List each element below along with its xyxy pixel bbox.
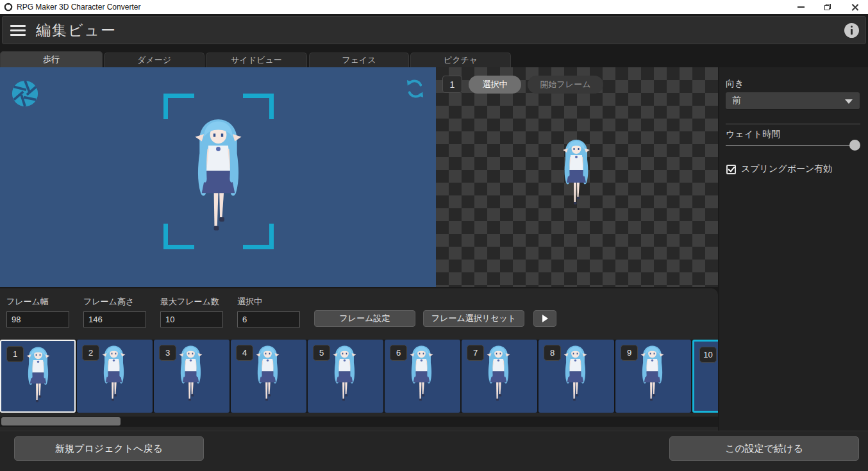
info-button[interactable]: [844, 23, 859, 38]
selected-frame-field: 選択中: [237, 296, 300, 327]
frame-number-badge: 5: [313, 345, 330, 361]
info-icon: [851, 26, 853, 28]
frame-height-field: フレーム高さ: [83, 296, 146, 327]
side-panel: 向き 前 ウェイト時間 スプリングボーン有効: [719, 67, 868, 431]
close-icon: [851, 4, 858, 11]
continue-with-settings-button[interactable]: この設定で続ける: [669, 436, 859, 461]
character-sprite-frame: [405, 344, 438, 409]
selected-frame-label: 選択中: [237, 296, 300, 308]
character-sprite-frame: [559, 344, 592, 409]
preview-viewport[interactable]: [0, 67, 436, 287]
window-controls: [787, 0, 868, 14]
frame-width-field: フレーム幅: [6, 296, 69, 327]
window-title: RPG Maker 3D Character Converter: [17, 3, 140, 12]
tab-picture[interactable]: ピクチャ: [410, 53, 511, 67]
direction-value: 前: [732, 95, 741, 106]
tab-sideview[interactable]: サイドビュー: [206, 53, 307, 67]
direction-label: 向き: [726, 78, 744, 90]
tab-damage[interactable]: ダメージ: [104, 53, 204, 67]
filmstrip-frame[interactable]: 5: [308, 340, 383, 413]
character-sprite-frame: [636, 344, 669, 409]
character-sprite-frame: [22, 345, 54, 411]
slider-thumb[interactable]: [849, 140, 860, 151]
filmstrip-frame[interactable]: 8: [538, 340, 614, 413]
frame-number-badge: 10: [699, 347, 717, 363]
spring-bone-checkbox-row[interactable]: スプリングボーン有効: [726, 163, 832, 175]
max-frames-input[interactable]: [160, 311, 223, 327]
filmstrip-frame[interactable]: 6: [385, 340, 460, 413]
frame-number-badge: 1: [442, 76, 462, 93]
frame-set-button[interactable]: フレーム設定: [314, 310, 415, 327]
animation-stage[interactable]: 1 選択中 開始フレーム: [436, 67, 718, 287]
frame-number-badge: 8: [544, 345, 561, 361]
filmstrip-frame[interactable]: 9: [615, 340, 691, 413]
character-sprite-frame: [715, 346, 718, 411]
wait-time-label: ウェイト時間: [726, 129, 780, 140]
play-button[interactable]: [533, 310, 556, 327]
tab-bar: 歩行 ダメージ サイドビュー フェイス ピクチャ: [0, 51, 868, 67]
filmstrip-frame[interactable]: 4: [231, 340, 306, 413]
frame-settings-panel: フレーム幅 フレーム高さ 最大フレーム数 選択中 フレーム設定 フレーム選択リセ…: [0, 288, 718, 431]
spring-bone-label: スプリングボーン有効: [741, 163, 832, 175]
back-to-new-project-button[interactable]: 新規プロジェクトへ戻る: [14, 436, 204, 461]
spring-bone-checkbox[interactable]: [726, 165, 736, 174]
maximize-button[interactable]: [814, 0, 841, 14]
aperture-icon[interactable]: [10, 79, 40, 108]
page-title: 編集ビュー: [36, 21, 117, 40]
slider-track: [726, 145, 853, 146]
selected-frame-input[interactable]: [237, 311, 300, 327]
frame-height-input[interactable]: [83, 311, 146, 327]
frame-height-label: フレーム高さ: [83, 296, 146, 308]
app-header: 編集ビュー: [2, 16, 866, 44]
frame-number-badge: 7: [467, 345, 484, 361]
tab-walking[interactable]: 歩行: [0, 51, 103, 67]
frame-width-label: フレーム幅: [6, 296, 69, 308]
character-sprite-frame: [482, 344, 515, 409]
app-window: RPG Maker 3D Character Converter 編集ビュー 歩…: [0, 0, 868, 471]
character-sprite-frame: [328, 344, 361, 409]
filmstrip-frame[interactable]: 3: [154, 340, 230, 413]
frame-number-badge: 1: [6, 346, 24, 362]
filmstrip-frame[interactable]: 7: [462, 340, 537, 413]
tab-face[interactable]: フェイス: [309, 53, 409, 67]
character-sprite-stage: [557, 138, 596, 215]
wait-time-slider[interactable]: [726, 140, 860, 151]
refresh-icon[interactable]: [404, 78, 426, 100]
crop-corner-top-left: [163, 94, 194, 119]
frame-number-badge: 6: [390, 345, 407, 361]
selected-pill-button[interactable]: 選択中: [469, 76, 521, 94]
filmstrip-track: 1 2 3 4 5 6 7 8 9 10: [0, 340, 718, 413]
play-icon: [542, 315, 548, 322]
horizontal-scrollbar[interactable]: [0, 417, 718, 427]
app-icon: [4, 3, 13, 12]
restore-icon: [824, 4, 831, 10]
max-frames-label: 最大フレーム数: [160, 296, 223, 308]
frame-width-input[interactable]: [6, 311, 69, 327]
minimize-icon: [797, 6, 805, 8]
titlebar: RPG Maker 3D Character Converter: [0, 0, 868, 14]
minimize-button[interactable]: [787, 0, 814, 14]
close-button[interactable]: [841, 0, 868, 14]
menu-button[interactable]: [10, 25, 26, 36]
character-sprite-frame: [174, 344, 207, 409]
footer-bar: 新規プロジェクトへ戻る この設定で続ける: [0, 431, 868, 471]
filmstrip: 1 2 3 4 5 6 7 8 9 10: [0, 340, 718, 413]
crop-corner-top-right: [243, 94, 274, 119]
max-frames-field: 最大フレーム数: [160, 296, 223, 327]
character-sprite-frame: [97, 344, 130, 409]
chevron-down-icon: [845, 99, 853, 104]
character-sprite-frame: [251, 344, 284, 409]
frame-number-badge: 9: [621, 345, 638, 361]
frame-number-badge: 3: [159, 345, 176, 361]
filmstrip-frame[interactable]: 10: [692, 340, 718, 413]
filmstrip-frame[interactable]: 2: [77, 340, 153, 413]
frame-selection-reset-button[interactable]: フレーム選択リセット: [423, 310, 524, 327]
frame-number-badge: 4: [236, 345, 253, 361]
frame-number-badge: 2: [82, 345, 99, 361]
direction-dropdown[interactable]: 前: [726, 92, 860, 110]
scrollbar-thumb[interactable]: [1, 417, 121, 426]
character-sprite-preview: [185, 116, 251, 248]
filmstrip-frame[interactable]: 1: [0, 340, 76, 413]
start-frame-pill-button[interactable]: 開始フレーム: [528, 76, 603, 94]
panel-divider: [726, 124, 860, 124]
